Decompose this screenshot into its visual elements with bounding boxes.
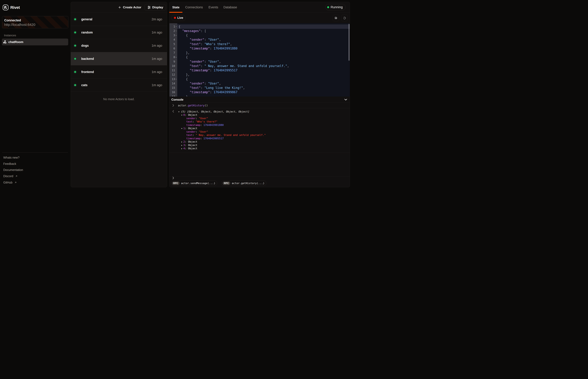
rotate-ccw-icon bbox=[343, 16, 346, 19]
editor-line-14: 14 "sender": "User", bbox=[170, 81, 350, 86]
actor-status-dot-core bbox=[74, 45, 76, 47]
active-tab-indicator bbox=[169, 12, 182, 13]
actor-status-dot bbox=[73, 44, 77, 47]
editor-line-5: 5 "text": "Who’s there?", bbox=[170, 42, 350, 46]
actor-row-frontend[interactable]: frontend 1m ago bbox=[71, 65, 167, 79]
console-tree-row[interactable]: 0: Object bbox=[169, 113, 350, 117]
actor-status-dot-core bbox=[74, 84, 76, 86]
actor-status-dot bbox=[73, 70, 77, 74]
inspector-panel: StateConnectionsEventsDatabase Running L… bbox=[169, 2, 350, 187]
editor-scrollbar[interactable] bbox=[349, 24, 350, 61]
console-tree-row[interactable]: 1: Object bbox=[169, 126, 350, 130]
console-tree-row[interactable]: timestamp: 1764043995517 bbox=[169, 137, 350, 140]
console-tree-row[interactable]: sender: "User" bbox=[169, 117, 350, 120]
actor-status-dot bbox=[73, 31, 77, 34]
running-status-dot bbox=[327, 6, 329, 8]
rpc-chip-1[interactable]: RPC actor.getHistory(...) bbox=[221, 180, 266, 186]
editor-line-1: 1{ bbox=[170, 24, 350, 29]
create-actor-button[interactable]: Create Actor bbox=[118, 4, 141, 11]
editor-line-9: 9 "sender": "User", bbox=[170, 60, 350, 64]
brand-title: Rivet bbox=[10, 5, 20, 10]
external-link-icon bbox=[15, 181, 17, 184]
editor-line-12: 12 }, bbox=[170, 73, 350, 77]
editor-line-8: 8 { bbox=[170, 55, 350, 59]
tab-events[interactable]: Events bbox=[208, 2, 218, 13]
console-tree-row[interactable]: 2: Object bbox=[169, 140, 350, 143]
connection-status-card: Connected http://localhost:6420 bbox=[2, 16, 68, 28]
live-toggle[interactable]: Live bbox=[171, 15, 186, 21]
sidebar-link-feedback[interactable]: Feedback bbox=[3, 162, 16, 166]
status-badge: Running bbox=[325, 4, 346, 10]
connection-status: Connected bbox=[4, 18, 21, 22]
app: Rivet Connected http://localhost:6420 In… bbox=[0, 0, 352, 190]
sidebar-link-whats-new-[interactable]: Whats new? bbox=[3, 156, 19, 159]
save-state-button[interactable] bbox=[333, 15, 339, 21]
console-header: Console bbox=[169, 96, 350, 103]
actors-panel: Create Actor Display general 2m ago rand… bbox=[71, 2, 167, 187]
sidebar-link-discord[interactable]: Discord bbox=[3, 174, 17, 178]
list-end-message: No more Actors to load. bbox=[71, 97, 167, 101]
live-status-dot bbox=[174, 17, 176, 19]
console-tree-row[interactable]: sender: "User" bbox=[169, 130, 350, 133]
actor-row-random[interactable]: random 1m ago bbox=[71, 26, 167, 39]
tab-connections[interactable]: Connections bbox=[185, 2, 203, 13]
editor-line-4: 4 "sender": "User", bbox=[170, 37, 350, 42]
console-collapse-chevron[interactable] bbox=[344, 97, 348, 102]
prompt-chevron-icon bbox=[172, 176, 175, 179]
editor-line-10: 10 "text": " Nay, answer me. Stand and u… bbox=[170, 64, 350, 68]
sliders-icon bbox=[147, 6, 151, 9]
tab-state[interactable]: State bbox=[172, 2, 179, 13]
chevron-right-icon bbox=[172, 104, 175, 107]
console-tree-row[interactable]: text: "Who’s there?" bbox=[169, 120, 350, 123]
editor-line-3: 3 { bbox=[170, 33, 350, 37]
display-button[interactable]: Display bbox=[145, 4, 166, 11]
inspector-tabs: StateConnectionsEventsDatabase bbox=[169, 2, 350, 13]
instances-label: Instances bbox=[4, 34, 16, 37]
actor-row-general[interactable]: general 2m ago bbox=[71, 13, 167, 26]
external-link-icon bbox=[15, 175, 17, 177]
actor-status-dot-core bbox=[74, 32, 76, 33]
actor-status-dot-core bbox=[74, 58, 76, 60]
state-json-editor[interactable]: 1{ 2 "messages": [ 3 { 4 "sender": "User… bbox=[170, 23, 350, 96]
editor-line-6: 6 "timestamp": 1764043991880 bbox=[170, 46, 350, 51]
rpc-chip-0[interactable]: RPC actor.sendMessage(...) bbox=[171, 180, 217, 186]
console-tree-row[interactable]: (5) [Object, Object, Object, Object, Obj… bbox=[169, 110, 350, 113]
rivet-logo-icon bbox=[3, 5, 8, 10]
editor-line-2: 2 "messages": [ bbox=[170, 29, 350, 33]
brand: Rivet bbox=[3, 5, 20, 10]
editor-line-16: 16 "timestamp": 1764043999867 bbox=[170, 90, 350, 95]
reset-state-button[interactable] bbox=[341, 15, 348, 21]
editor-line-11: 11 "timestamp": 1764043995517 bbox=[170, 68, 350, 73]
editor-line-17: 17 } bbox=[170, 95, 350, 97]
actor-shapes-icon bbox=[3, 40, 7, 44]
actor-row-backend[interactable]: backend 1m ago bbox=[71, 52, 167, 65]
console-tree-row[interactable]: text: " Nay, answer me. Stand and unfold… bbox=[169, 133, 350, 137]
actor-status-dot bbox=[73, 83, 77, 87]
console-tree-row[interactable]: 3: Object bbox=[169, 143, 350, 147]
console-command-echo: actor.getHistory() bbox=[169, 103, 350, 108]
actor-status-dot-core bbox=[74, 18, 76, 20]
instance-label: chatRoom bbox=[8, 40, 23, 44]
actor-status-dot bbox=[73, 57, 77, 61]
actor-row-dogs[interactable]: dogs 1m ago bbox=[71, 39, 167, 52]
plus-icon bbox=[118, 6, 121, 9]
editor-line-13: 13 { bbox=[170, 77, 350, 81]
connection-url: http://localhost:6420 bbox=[4, 23, 35, 27]
editor-line-7: 7 }, bbox=[170, 51, 350, 55]
sidebar-link-github[interactable]: GitHub bbox=[3, 181, 17, 184]
actors-header: Create Actor Display bbox=[71, 2, 167, 13]
sidebar: Rivet Connected http://localhost:6420 In… bbox=[0, 0, 70, 190]
sidebar-item-chatroom[interactable]: chatRoom bbox=[2, 39, 68, 45]
console-tree-row[interactable]: timestamp: 1764043991880 bbox=[169, 123, 350, 127]
actor-status-dot-core bbox=[74, 71, 76, 73]
actor-row-cats[interactable]: cats 1m ago bbox=[71, 79, 167, 92]
console-result: (5) [Object, Object, Object, Object, Obj… bbox=[169, 108, 350, 153]
sidebar-link-documentation[interactable]: Documentation bbox=[3, 168, 23, 172]
actor-status-dot bbox=[73, 17, 77, 21]
editor-line-15: 15 "text": "Long live the King!", bbox=[170, 86, 350, 90]
console-tree-row[interactable]: 4: Object bbox=[169, 147, 350, 150]
tab-database[interactable]: Database bbox=[223, 2, 237, 13]
save-icon bbox=[334, 16, 337, 19]
